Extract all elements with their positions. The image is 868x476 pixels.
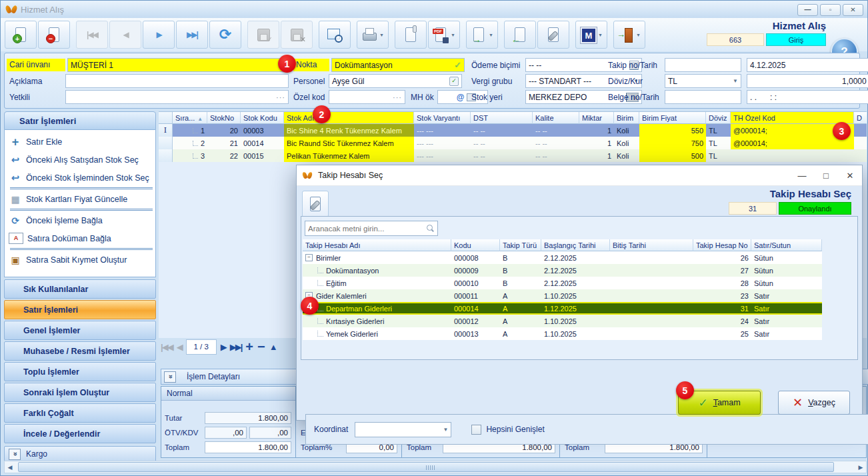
sidebar-item-onceki-stok-isleminden-stok-sec[interactable]: ↩Önceki Stok İşleminden Stok Seç bbox=[5, 169, 155, 187]
kur-field[interactable]: 1,0000·· bbox=[747, 74, 868, 88]
column-header-doviz[interactable]: Döviz bbox=[706, 112, 731, 124]
column-header-birim[interactable]: Birim bbox=[614, 112, 639, 124]
column-header-birim_fiyat[interactable]: Birim Fiyat bbox=[639, 112, 706, 124]
grid-row[interactable]: I12000003Bic Shine 4 Renk Tükenmez Kalem… bbox=[159, 124, 867, 137]
tree-row[interactable]: −Birimler000008B2.12.202526Sütun bbox=[303, 251, 822, 264]
sidebar-item-satir-ekle[interactable]: +Satır Ekle bbox=[5, 133, 155, 151]
totals-field[interactable]: 1.800,00 bbox=[205, 441, 291, 453]
tree-column-header[interactable]: Satır/Sutun bbox=[751, 239, 822, 251]
pdf-save-button[interactable]: ▼ bbox=[428, 21, 460, 49]
tree-row[interactable]: Dokümantasyon000009B2.12.202527Sütun bbox=[303, 264, 822, 277]
close-button[interactable]: ✕ bbox=[843, 4, 863, 16]
pager-last-button[interactable]: ▶▶| bbox=[230, 342, 242, 352]
ozel-kod-field[interactable]: ··· bbox=[329, 90, 405, 104]
vazgec-button[interactable]: ✕ Vazgeç bbox=[778, 391, 850, 415]
column-header-stok_no[interactable]: StokNo bbox=[207, 112, 241, 124]
grid-row[interactable]: 22100014Bic Raund Stic Tükenmez Kalem---… bbox=[159, 137, 867, 149]
dropdown-arrow-icon[interactable]: ▼ bbox=[451, 33, 455, 37]
tree-row[interactable]: Kırtasiye Giderleri000012A1.10.202524Sat… bbox=[303, 315, 822, 327]
horizontal-scrollbar[interactable]: ◀ ▶ bbox=[4, 461, 867, 473]
tree-column-header[interactable]: Başlangıç Tarihi bbox=[541, 239, 610, 251]
grid-search-button[interactable] bbox=[319, 21, 351, 49]
dialog-close-button[interactable]: ✕ bbox=[838, 165, 862, 185]
column-header-stok_adi[interactable]: Stok Adı bbox=[284, 112, 414, 124]
dialog-maximize-button[interactable]: □ bbox=[814, 165, 838, 185]
column-header-th_ozel_kod[interactable]: TH Özel Kod bbox=[731, 112, 854, 124]
column-header-stok_varyanti[interactable]: Stok Varyantı bbox=[414, 112, 471, 124]
delete-record-button[interactable] bbox=[38, 21, 70, 49]
dropdown-arrow-icon[interactable]: ▼ bbox=[379, 33, 384, 37]
next-record-button[interactable]: ▶ bbox=[143, 21, 175, 49]
dialog-settings-button[interactable] bbox=[302, 191, 329, 217]
doviz-select[interactable]: TL▼ bbox=[665, 74, 741, 88]
sidebar-section-kargo[interactable]: Kargo bbox=[4, 446, 156, 462]
totals-field[interactable]: ,00 bbox=[205, 427, 247, 439]
tree-column-header[interactable]: Takip Hesap No bbox=[693, 239, 751, 251]
refresh-button[interactable] bbox=[209, 21, 241, 49]
scroll-left-arrow-icon[interactable]: ◀ bbox=[5, 464, 15, 471]
grid-row[interactable]: 32200015Pelikan Tükenmez Kalem--- ----- … bbox=[159, 149, 867, 162]
last-record-button[interactable]: ▶▶| bbox=[176, 21, 208, 49]
tree-column-header[interactable]: Bitiş Tarihi bbox=[610, 239, 693, 251]
tree-row[interactable]: −Gider Kalemleri000011A1.10.202523Satır bbox=[303, 289, 822, 302]
sidebar-item-stok-kartlari-fiyat-guncelle[interactable]: ▦Stok Kartları Fiyat Güncelle bbox=[5, 190, 155, 208]
collapse-icon[interactable]: − bbox=[305, 254, 313, 261]
tree-column-header[interactable]: Takip Hesabı Adı bbox=[303, 239, 451, 251]
attachment-button[interactable] bbox=[395, 21, 427, 49]
settings-button[interactable] bbox=[537, 21, 569, 49]
maximize-button[interactable]: ▫ bbox=[820, 4, 841, 16]
pager-next-button[interactable]: ▶ bbox=[221, 342, 226, 352]
sidebar-section-muhasebe-resmi-islemler[interactable]: Muhasebe / Resmi İşlemler bbox=[4, 341, 156, 361]
column-header-d[interactable]: D bbox=[854, 112, 867, 124]
copy-transfer-button[interactable]: ▼ bbox=[466, 21, 498, 49]
scroll-right-arrow-icon[interactable]: ▶ bbox=[855, 464, 866, 471]
totals-field[interactable]: 1.800,00 bbox=[205, 412, 291, 424]
takip-no-field[interactable] bbox=[665, 58, 741, 72]
sidebar-item-onceki-alis-satisdan-stok-sec[interactable]: ↩Önceki Alış Satışdan Stok Seç bbox=[5, 151, 155, 169]
sidebar-item-onceki-isleme-bagla[interactable]: ⟳Önceki İşleme Bağla bbox=[5, 211, 155, 229]
column-header-sira[interactable]: Sıra...▲ bbox=[173, 112, 207, 124]
minimize-button[interactable]: — bbox=[797, 4, 818, 16]
sidebar-item-satira-dokuman-bagla[interactable]: ASatıra Doküman Bağla bbox=[5, 229, 155, 247]
belge-no-field[interactable] bbox=[665, 90, 741, 104]
mikro-menu-button[interactable]: ▼ bbox=[575, 21, 607, 49]
dropdown-arrow-icon[interactable]: ▼ bbox=[598, 33, 603, 37]
column-header-dst[interactable]: DST bbox=[471, 112, 533, 124]
tree-row[interactable]: Yemek Giderleri000013A1.10.202525Satır bbox=[303, 327, 822, 340]
dropdown-arrow-icon[interactable]: ▼ bbox=[636, 33, 641, 37]
pager-move-up-button[interactable]: ▲ bbox=[269, 342, 277, 352]
tree-row[interactable]: Departman Giderleri000014A1.12.202531Sat… bbox=[303, 302, 822, 315]
sidebar-section-sonraki-islem-olustur[interactable]: Sonraki İşlem Oluştur bbox=[4, 383, 156, 402]
pager-add-row-button[interactable]: + bbox=[245, 340, 253, 353]
search-input[interactable] bbox=[305, 225, 425, 233]
sidebar-item-satira-sabit-kiymet-olustur[interactable]: ▣Satıra Sabit Kıymet Oluştur bbox=[5, 251, 155, 269]
sidebar-section-farkli-cogalt[interactable]: Farklı Çoğalt bbox=[4, 403, 156, 423]
sidebar-section-toplu-islemler[interactable]: Toplu İşlemler bbox=[4, 362, 156, 381]
pager-delete-row-button[interactable]: − bbox=[257, 340, 265, 353]
import-button[interactable] bbox=[504, 21, 536, 49]
panel-tab-normal[interactable]: Normal bbox=[161, 387, 295, 401]
column-header-stok_kodu[interactable]: Stok Kodu bbox=[241, 112, 284, 124]
koordinat-select[interactable]: ▼ bbox=[355, 422, 451, 437]
column-header-kalite[interactable]: Kalite bbox=[533, 112, 579, 124]
cari-unvani-field[interactable]: MÜŞTERİ 1 bbox=[67, 58, 291, 72]
nokta-field[interactable]: Dokümantasyon✓ bbox=[331, 58, 465, 72]
totals-field[interactable]: ,00 bbox=[249, 427, 291, 439]
sidebar-section-sik-kullanilanlar[interactable]: Sık Kullanılanlar bbox=[4, 279, 156, 299]
yetkili-field[interactable]: ··· bbox=[65, 90, 289, 104]
aciklama-field[interactable] bbox=[65, 74, 289, 88]
sidebar-section-incele-degerlendir[interactable]: İncele / Değerlendir bbox=[4, 424, 156, 443]
sidebar-section-satir-islemleri[interactable]: Satır İşlemleri bbox=[4, 300, 156, 319]
dropdown-arrow-icon[interactable]: ▼ bbox=[489, 33, 493, 37]
exit-button[interactable]: ▼ bbox=[613, 21, 645, 49]
tree-column-header[interactable]: Kodu bbox=[451, 239, 500, 251]
hepsini-genislet-checkbox[interactable] bbox=[471, 425, 481, 435]
belge-tarih-field[interactable]: . . : :▼ bbox=[747, 90, 868, 104]
print-button[interactable]: ▼ bbox=[357, 21, 389, 49]
tree-row[interactable]: Eğitim000010B2.12.202528Sütun bbox=[303, 277, 822, 289]
tree-column-header[interactable]: Takip Türü bbox=[500, 239, 541, 251]
scrollbar-thumb[interactable] bbox=[18, 462, 834, 472]
personel-field[interactable]: Ayşe Gül✓ bbox=[329, 74, 462, 88]
dialog-minimize-button[interactable]: — bbox=[790, 165, 814, 185]
takip-tarih-field[interactable]: 4.12.2025▼ bbox=[747, 58, 868, 72]
